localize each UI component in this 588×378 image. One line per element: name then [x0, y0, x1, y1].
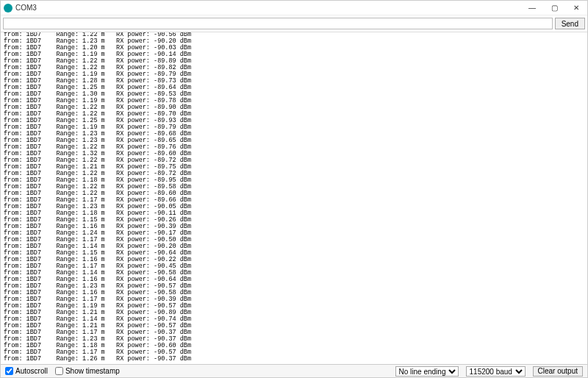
autoscroll-label: Autoscroll	[15, 367, 48, 375]
autoscroll-checkbox-wrap[interactable]: Autoscroll	[5, 367, 48, 375]
window-buttons: — ▢ ✕	[521, 1, 587, 15]
send-button[interactable]: Send	[555, 18, 585, 29]
baud-select[interactable]: 115200 baud	[466, 366, 526, 377]
maximize-button[interactable]: ▢	[543, 1, 565, 15]
bottom-bar: Autoscroll Show timestamp No line ending…	[1, 364, 587, 377]
close-button[interactable]: ✕	[565, 1, 587, 15]
timestamp-checkbox-wrap[interactable]: Show timestamp	[55, 367, 120, 375]
minimize-button[interactable]: —	[521, 1, 543, 15]
clear-output-button[interactable]: Clear output	[533, 366, 583, 377]
titlebar: COM3 — ▢ ✕	[1, 1, 587, 15]
timestamp-checkbox[interactable]	[55, 367, 63, 375]
arduino-icon	[4, 4, 12, 13]
send-row: Send	[1, 15, 587, 32]
line-ending-select[interactable]: No line ending	[395, 366, 459, 377]
serial-output[interactable]: from: 1BD7 Range: 1.22 m RX power: -90.5…	[1, 32, 587, 364]
timestamp-label: Show timestamp	[65, 367, 120, 375]
window-title: COM3	[15, 4, 37, 12]
autoscroll-checkbox[interactable]	[5, 367, 13, 375]
serial-input[interactable]	[3, 18, 553, 29]
